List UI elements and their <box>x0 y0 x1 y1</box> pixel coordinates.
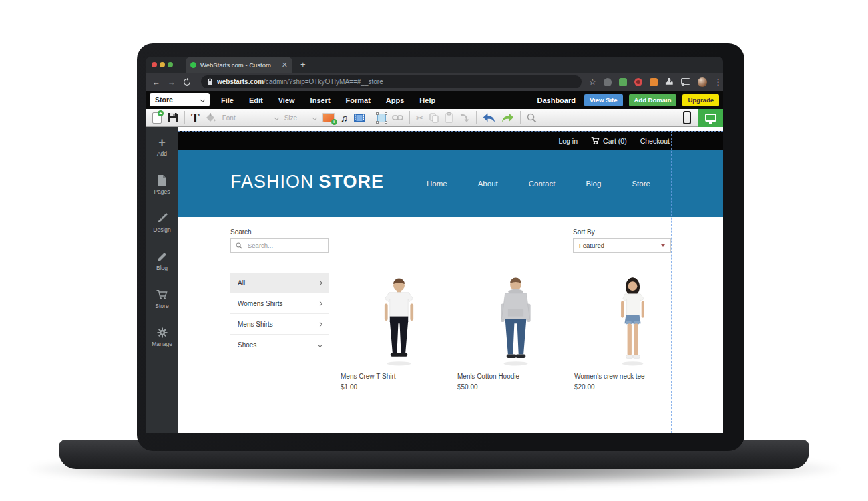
sort-value: Featured <box>579 242 604 249</box>
sidebar-item-store[interactable]: Store <box>146 289 178 318</box>
sidebar-item-add[interactable]: + Add <box>146 136 178 166</box>
sidebar-item-label: Store <box>155 303 168 309</box>
product-name[interactable]: Women's crew neck tee <box>574 373 691 380</box>
dashboard-link[interactable]: Dashboard <box>537 96 575 104</box>
product-name[interactable]: Mens Crew T-Shirt <box>341 373 457 380</box>
editor-sidebar: + Add Pages Design <box>146 127 178 433</box>
window-minimize-button[interactable] <box>160 62 165 67</box>
new-page-icon[interactable]: + <box>152 112 162 124</box>
desktop-preview-button[interactable] <box>698 109 723 127</box>
extension-icon-1[interactable] <box>604 78 612 86</box>
back-icon[interactable]: ← <box>152 78 160 86</box>
profile-avatar[interactable] <box>698 77 707 87</box>
cart-link[interactable]: Cart (0) <box>591 137 627 145</box>
extension-icon-3[interactable] <box>634 78 642 86</box>
shape-tool-icon[interactable] <box>377 114 386 122</box>
add-domain-button[interactable]: Add Domain <box>629 94 677 106</box>
checkout-link[interactable]: Checkout <box>640 137 670 145</box>
menu-apps[interactable]: Apps <box>386 96 405 104</box>
font-dropdown-label: Font <box>222 114 236 122</box>
app-menubar: Store File Edit View Insert Format Apps … <box>146 91 723 109</box>
nav-blog[interactable]: Blog <box>586 180 601 188</box>
category-womens-shirts[interactable]: Womens Shirts <box>230 293 329 314</box>
sidebar-item-design[interactable]: Design <box>146 212 178 242</box>
category-all[interactable]: All <box>230 273 329 293</box>
add-audio-icon[interactable]: ♫ <box>341 113 348 123</box>
link-icon[interactable] <box>392 114 403 122</box>
add-video-icon[interactable] <box>354 114 365 122</box>
sidebar-item-pages[interactable]: Pages <box>146 174 178 204</box>
product-card[interactable]: Mens Crew T-Shirt $1.00 <box>341 275 457 391</box>
nav-about[interactable]: About <box>478 180 498 188</box>
product-card[interactable]: Men's Cotton Hoodie $50.00 <box>457 275 574 391</box>
add-image-icon[interactable]: + <box>322 113 335 122</box>
font-dropdown[interactable]: Font <box>222 114 278 122</box>
window-close-button[interactable] <box>152 62 157 67</box>
fill-color-icon[interactable] <box>206 113 216 123</box>
menu-items: File Edit View Insert Format Apps Help <box>221 96 435 104</box>
new-tab-button[interactable]: + <box>300 59 306 69</box>
cut-icon[interactable]: ✂ <box>416 114 423 122</box>
tab-close-icon[interactable]: ✕ <box>282 61 288 69</box>
editor-body: + Add Pages Design <box>146 127 723 433</box>
reload-icon[interactable] <box>183 78 191 86</box>
product-name[interactable]: Men's Cotton Hoodie <box>457 373 574 380</box>
browser-tab[interactable]: WebStarts.com - Custom Web ✕ <box>186 57 292 73</box>
editor-guide-left <box>230 131 230 433</box>
search-icon <box>236 242 242 249</box>
product-image-womens-tee[interactable] <box>574 275 691 369</box>
extension-icon-2[interactable] <box>619 78 627 86</box>
view-site-button[interactable]: View Site <box>584 94 623 106</box>
menu-file[interactable]: File <box>221 96 234 104</box>
menu-help[interactable]: Help <box>419 96 435 104</box>
bookmark-star-icon[interactable]: ☆ <box>589 77 596 87</box>
sidebar-item-manage[interactable]: Manage <box>146 327 178 356</box>
cast-icon[interactable] <box>681 78 690 86</box>
url-text: webstarts.com/cadmin/?ship=OTkyOTIyMA==#… <box>217 78 383 86</box>
preview-icon[interactable] <box>527 113 537 123</box>
redo-icon[interactable] <box>501 113 514 123</box>
cart-label: Cart (0) <box>603 137 627 145</box>
browser-extensions: ☆ ⋮ <box>589 77 722 87</box>
menu-view[interactable]: View <box>278 96 295 104</box>
clipboard-icon[interactable] <box>445 112 453 123</box>
undo-icon[interactable] <box>483 113 495 123</box>
product-image-mens-tshirt[interactable] <box>341 275 457 369</box>
site-logo[interactable]: FASHIONSTORE <box>230 172 384 192</box>
text-tool-icon[interactable]: T <box>191 112 200 124</box>
extensions-puzzle-icon[interactable] <box>665 77 674 86</box>
window-zoom-button[interactable] <box>168 62 173 67</box>
menu-edit[interactable]: Edit <box>249 96 263 104</box>
chevron-right-icon <box>318 301 322 305</box>
upgrade-button[interactable]: Upgrade <box>682 94 719 106</box>
page-select-dropdown[interactable]: Store <box>150 93 210 106</box>
browser-menu-icon[interactable]: ⋮ <box>714 77 722 87</box>
cart-icon <box>156 289 168 301</box>
sidebar-item-label: Add <box>157 150 167 157</box>
product-card[interactable]: Women's crew neck tee $20.00 <box>574 275 691 391</box>
product-image-mens-hoodie[interactable] <box>457 275 574 369</box>
paste-arrow-icon[interactable] <box>459 114 470 122</box>
copy-icon[interactable] <box>429 113 439 123</box>
search-input-wrap <box>230 238 329 253</box>
url-bar[interactable]: webstarts.com/cadmin/?ship=OTkyOTIyMA==#… <box>201 75 582 88</box>
size-dropdown[interactable]: Size <box>284 114 316 122</box>
product-price: $20.00 <box>574 383 691 391</box>
search-input[interactable] <box>246 241 313 250</box>
category-shoes[interactable]: Shoes <box>230 335 329 355</box>
forward-icon[interactable]: → <box>168 78 176 86</box>
login-link[interactable]: Log in <box>558 137 578 145</box>
menu-format[interactable]: Format <box>346 96 371 104</box>
menu-insert[interactable]: Insert <box>310 96 331 104</box>
site-canvas[interactable]: Log in Cart (0) Checkout FASHIONSTORE Ho… <box>178 127 723 433</box>
nav-contact[interactable]: Contact <box>529 180 556 188</box>
nav-home[interactable]: Home <box>427 180 447 188</box>
caret-down-icon <box>661 244 665 247</box>
extension-icon-4[interactable] <box>650 78 658 86</box>
sidebar-item-blog[interactable]: Blog <box>146 251 178 280</box>
nav-store[interactable]: Store <box>632 180 650 188</box>
mobile-preview-icon[interactable] <box>683 111 691 124</box>
sort-select[interactable]: Featured <box>573 238 671 253</box>
category-mens-shirts[interactable]: Mens Shirts <box>230 314 329 335</box>
save-icon[interactable] <box>168 112 178 123</box>
